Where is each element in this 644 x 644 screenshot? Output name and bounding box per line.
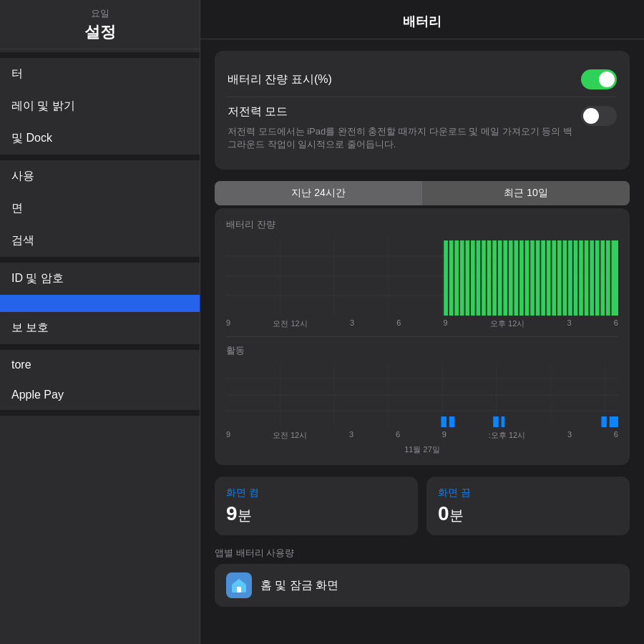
activity-chart-svg xyxy=(226,363,618,427)
date-label: 11월 27일 xyxy=(404,445,440,454)
sidebar-item-accessibility[interactable]: 사용 xyxy=(0,160,200,192)
screen-on-label[interactable]: 화면 켬 xyxy=(226,487,406,499)
app-home-icon xyxy=(226,572,252,598)
sidebar-header: 요일 설정 xyxy=(0,0,200,49)
battery-percentage-row: 배터리 잔량 표시(%) xyxy=(228,62,617,97)
sidebar-item-siri[interactable]: 검색 xyxy=(0,225,200,257)
sidebar-item-label: 레이 및 밝기 xyxy=(11,99,75,114)
sidebar-item-label: 터 xyxy=(11,67,23,82)
svg-rect-11 xyxy=(449,240,454,316)
app-usage-section: 앱별 배터리 사용량 홈 및 잠금 화면 xyxy=(215,547,630,607)
low-power-mode-row: 저전력 모드 저전력 모드에서는 iPad를 완전히 충전할 때까지 다운로드 … xyxy=(228,97,617,158)
main-panel: 배터리 배터리 잔량 표시(%) 저전력 모드 저전력 모드에서는 iPad를 … xyxy=(200,0,644,644)
low-power-mode-label: 저전력 모드 xyxy=(228,104,572,119)
page-title: 배터리 xyxy=(218,13,627,30)
battery-settings-section: 배터리 잔량 표시(%) 저전력 모드 저전력 모드에서는 iPad를 완전히 … xyxy=(215,51,630,170)
sidebar-item-label: 및 Dock xyxy=(11,131,52,146)
act-time-label-4: 6 xyxy=(396,430,400,441)
svg-rect-41 xyxy=(612,240,618,316)
svg-rect-40 xyxy=(606,240,610,316)
act-time-label-5: 9 xyxy=(442,430,447,441)
time-label-5: 9 xyxy=(444,318,448,329)
sidebar-separator-4 xyxy=(0,344,200,350)
svg-rect-27 xyxy=(536,240,540,316)
sidebar-item-label: 면 xyxy=(11,201,23,216)
app-home-label: 홈 및 잠금 화면 xyxy=(260,578,338,593)
svg-rect-35 xyxy=(579,240,583,316)
app-usage-label: 앱별 배터리 사용량 xyxy=(215,547,630,560)
battery-chart-card: 배터리 잔량 xyxy=(215,208,630,465)
svg-rect-24 xyxy=(519,240,524,316)
svg-rect-23 xyxy=(514,240,518,316)
svg-rect-57 xyxy=(610,416,618,427)
svg-rect-33 xyxy=(568,240,572,316)
act-time-label-1: 9 xyxy=(226,430,230,441)
sidebar-item-display[interactable]: 레이 및 밝기 xyxy=(0,90,200,122)
sidebar-item-wallet[interactable]: Apple Pay xyxy=(0,380,200,410)
sidebar-item-partial1[interactable]: 터 xyxy=(0,58,200,90)
sidebar-item-touch-id[interactable]: ID 및 암호 xyxy=(0,263,200,295)
sidebar-item-home-dock[interactable]: 및 Dock xyxy=(0,122,200,155)
svg-rect-28 xyxy=(541,240,545,316)
sidebar-separator-1 xyxy=(0,52,200,58)
svg-rect-29 xyxy=(547,240,551,316)
app-usage-item-home[interactable]: 홈 및 잠금 화면 xyxy=(215,564,630,607)
svg-rect-34 xyxy=(574,240,578,316)
screen-off-label[interactable]: 화면 끔 xyxy=(438,487,618,499)
sidebar-item-privacy[interactable]: 보 보호 xyxy=(0,312,200,344)
sidebar-separator-3 xyxy=(0,257,200,263)
screen-off-number: 0 xyxy=(438,502,449,525)
svg-rect-16 xyxy=(477,240,481,316)
activity-chart-area xyxy=(226,363,618,427)
low-power-mode-toggle[interactable] xyxy=(581,106,617,126)
battery-level-label: 배터리 잔량 xyxy=(226,218,618,231)
svg-rect-21 xyxy=(503,240,507,316)
activity-time-labels: 9 오전 12시 3 6 9 :오후 12시 3 6 xyxy=(226,430,618,441)
battery-percentage-label: 배터리 잔량 표시(%) xyxy=(228,72,332,87)
svg-rect-13 xyxy=(460,240,464,316)
time-label-4: 6 xyxy=(396,318,401,329)
svg-rect-36 xyxy=(585,240,589,316)
chart-tab-24h[interactable]: 지난 24시간 xyxy=(215,181,422,205)
sidebar-item-label: 검색 xyxy=(11,233,34,248)
svg-rect-55 xyxy=(502,416,505,427)
main-header: 배터리 xyxy=(200,0,644,39)
chart-tab-10days[interactable]: 최근 10일 xyxy=(422,181,630,205)
battery-chart-svg xyxy=(226,237,618,316)
sidebar-item-wallpaper[interactable]: 면 xyxy=(0,192,200,225)
svg-rect-59 xyxy=(237,587,241,592)
time-label-3: 3 xyxy=(350,318,354,329)
svg-rect-12 xyxy=(454,240,459,316)
act-time-label-3: 3 xyxy=(349,430,353,441)
svg-rect-15 xyxy=(471,240,475,316)
act-time-label-6: :오후 12시 xyxy=(489,430,525,441)
battery-time-labels: 9 오전 12시 3 6 9 오후 12시 3 6 xyxy=(226,318,618,329)
svg-rect-18 xyxy=(487,240,492,316)
sidebar-item-label: ID 및 암호 xyxy=(11,271,64,286)
svg-rect-56 xyxy=(601,416,607,427)
time-label-7: 3 xyxy=(567,318,572,329)
sidebar: 요일 설정 터 레이 및 밝기 및 Dock 사용 면 검색 ID 및 암호 xyxy=(0,0,200,644)
sidebar-item-label: tore xyxy=(11,358,31,371)
svg-rect-14 xyxy=(465,240,469,316)
screen-stats-section: 화면 켬 9분 화면 끔 0분 xyxy=(215,477,630,535)
sidebar-list: 터 레이 및 밝기 및 Dock 사용 면 검색 ID 및 암호 보 보호 xyxy=(0,49,200,644)
main-content: 배터리 잔량 표시(%) 저전력 모드 저전력 모드에서는 iPad를 완전히 … xyxy=(200,39,644,644)
time-label-1: 9 xyxy=(226,318,230,329)
screen-on-unit: 분 xyxy=(238,507,252,523)
svg-rect-19 xyxy=(492,240,497,316)
battery-percentage-toggle[interactable] xyxy=(581,69,617,89)
screen-off-unit: 분 xyxy=(449,507,464,523)
screen-on-value: 9분 xyxy=(226,502,252,525)
svg-rect-10 xyxy=(444,240,448,316)
time-label-6: 오후 12시 xyxy=(490,318,525,329)
svg-rect-26 xyxy=(530,240,535,316)
chart-tab-bar: 지난 24시간 최근 10일 xyxy=(215,181,630,205)
svg-rect-54 xyxy=(493,416,499,427)
screen-on-number: 9 xyxy=(226,502,238,525)
sidebar-item-app-store[interactable]: tore xyxy=(0,350,200,380)
act-time-label-8: 6 xyxy=(614,430,618,441)
chart-divider xyxy=(226,336,618,337)
sidebar-item-battery[interactable] xyxy=(0,295,200,312)
toggle-knob xyxy=(599,72,615,87)
